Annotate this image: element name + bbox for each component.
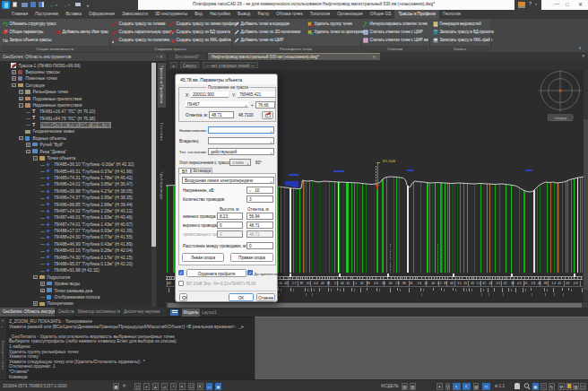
svg-text:0.4: 0.4 <box>314 282 318 285</box>
svg-text:4.2: 4.2 <box>517 282 522 285</box>
svg-text:42: 42 <box>504 282 507 285</box>
svg-text:42: 42 <box>285 282 289 285</box>
svg-text:2.2: 2.2 <box>334 282 339 285</box>
svg-text:2.8: 2.8 <box>531 282 535 285</box>
svg-text:Сверху: Сверху <box>554 116 567 120</box>
svg-text:41: 41 <box>524 282 528 285</box>
svg-text:41: 41 <box>307 282 310 285</box>
svg-text:41: 41 <box>463 282 467 285</box>
svg-text:42: 42 <box>558 282 561 285</box>
svg-text:1.5: 1.5 <box>477 282 481 285</box>
svg-text:39: 39 <box>444 282 447 285</box>
svg-text:42: 42 <box>360 282 364 285</box>
svg-text:40: 40 <box>471 282 474 285</box>
svg-text:ВЛ-10кВ: ВЛ-10кВ <box>383 160 395 163</box>
svg-text:40: 40 <box>538 282 541 285</box>
svg-text:0.9: 0.9 <box>574 282 578 285</box>
svg-text:43: 43 <box>566 282 569 285</box>
svg-text:41: 41 <box>410 282 413 285</box>
svg-text:39: 39 <box>299 282 303 285</box>
svg-text:43: 43 <box>168 282 171 285</box>
svg-text:2.9: 2.9 <box>395 282 400 285</box>
svg-text:M: M <box>56 30 60 35</box>
svg-text:3.1: 3.1 <box>457 282 462 285</box>
svg-text:№: № <box>3 38 8 43</box>
svg-text:1.4: 1.4 <box>551 282 556 285</box>
svg-text:0.2: 0.2 <box>437 282 442 285</box>
svg-text:40: 40 <box>389 282 393 285</box>
svg-text:0.6: 0.6 <box>374 282 378 285</box>
svg-text:40: 40 <box>341 282 344 285</box>
svg-text:43: 43 <box>321 282 324 285</box>
svg-text:0.3: 0.3 <box>497 282 501 285</box>
svg-text:1.7: 1.7 <box>292 282 297 285</box>
svg-text:38: 38 <box>511 282 514 285</box>
svg-text:43: 43 <box>382 282 385 285</box>
svg-text:38: 38 <box>402 282 406 285</box>
svg-text:41: 41 <box>347 282 350 285</box>
svg-text:40: 40 <box>432 282 436 285</box>
svg-text:39: 39 <box>544 282 548 285</box>
svg-text:42: 42 <box>482 282 486 285</box>
svg-text:40: 40 <box>279 282 282 285</box>
svg-text:1.8: 1.8 <box>417 282 421 285</box>
svg-text:43: 43 <box>450 282 454 285</box>
